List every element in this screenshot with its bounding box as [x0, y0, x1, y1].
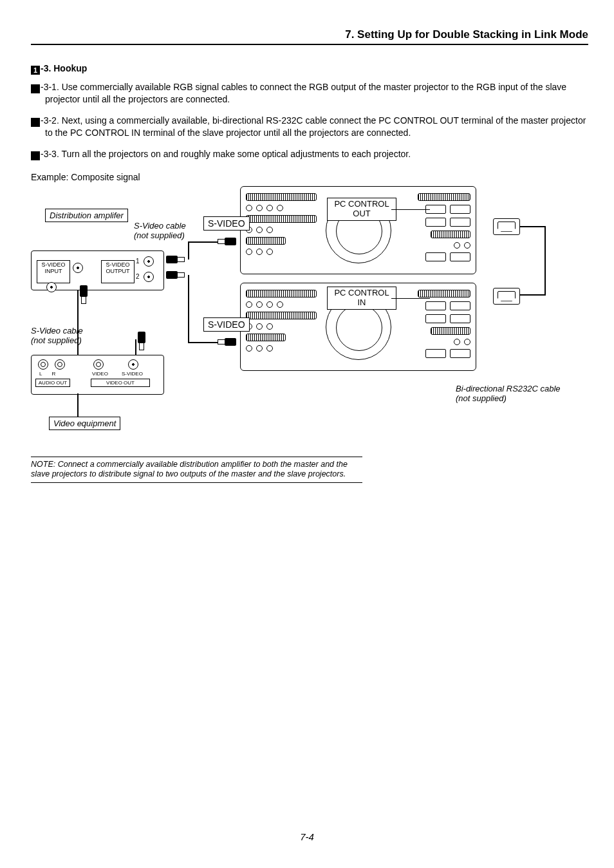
para1-text: Use commercially available RGB signal ca… [45, 82, 566, 104]
para3-num-box: 1 [31, 151, 40, 160]
cable-plug-icon [138, 332, 145, 357]
para3-text: Turn all the projectors on and roughly m… [59, 149, 411, 159]
amp-output-1: 1 [136, 258, 140, 265]
cable-plug-icon [218, 238, 243, 245]
page-number: 7-4 [0, 831, 614, 842]
para2-lead: -3-2. [41, 115, 59, 126]
jack-icon [93, 359, 104, 370]
example-label: Example: Composite signal [31, 172, 588, 182]
note-text: NOTE: Connect a commercially available d… [31, 457, 362, 483]
rs232-cable-label: Bi-directional RS232C cable (not supplie… [456, 384, 561, 404]
din-icon [144, 256, 154, 267]
amp-svideo-input: S-VIDEO INPUT [37, 260, 70, 283]
distribution-amplifier-box: S-VIDEO INPUT S-VIDEO OUTPUT 1 2 [31, 250, 164, 290]
para1-lead: -3-1. [41, 82, 59, 92]
rs232-port-icon [493, 218, 520, 235]
io-panel-left [246, 193, 317, 255]
section-number-box: 1 [31, 66, 40, 75]
din-icon [128, 359, 138, 370]
svideo-cable-label-upper: S-Video cable (not supplied) [134, 222, 186, 241]
din-icon [73, 263, 83, 273]
para3-lead: -3-3. [41, 149, 59, 159]
cable-plug-icon [80, 285, 88, 311]
para1-num-box: 1 [31, 84, 40, 93]
io-panel-left [246, 290, 317, 352]
io-panel-right [403, 290, 470, 358]
hookup-diagram: Distribution amplifer S-Video cable (not… [31, 186, 588, 444]
svideo-label-slave: S-VIDEO [203, 317, 250, 332]
paragraph-3: 1-3-3. Turn all the projectors on and ro… [31, 148, 588, 160]
page-title: 7. Setting Up for Double Stacking in Lin… [31, 28, 588, 45]
label-video: VIDEO [92, 371, 108, 377]
page: 7. Setting Up for Double Stacking in Lin… [0, 0, 614, 868]
section-heading: 1-3. Hookup [31, 63, 588, 75]
io-panel-right [403, 193, 470, 261]
label-r: R [51, 371, 55, 377]
pc-control-in-label: PC CONTROL IN [327, 287, 396, 310]
din-icon [144, 272, 154, 282]
video-equipment-label: Video equipment [49, 417, 120, 430]
label-l: L [39, 371, 42, 377]
amp-svideo-output: S-VIDEO OUTPUT [101, 260, 135, 283]
pc-control-out-label: PC CONTROL OUT [327, 198, 396, 221]
jack-icon [38, 359, 48, 370]
paragraph-2: 1-3-2. Next, using a commercially availa… [31, 115, 588, 139]
cable-plug-icon [218, 338, 243, 346]
svideo-cable-label-lower: S-Video cable (not supplied) [31, 326, 83, 346]
distribution-amplifier-label: Distribution amplifer [45, 209, 128, 222]
rs232-port-icon [493, 288, 520, 305]
video-equipment-box: L R AUDIO OUT VIDEO S-VIDEO VIDEO OUT [31, 355, 164, 395]
amp-output-2: 2 [136, 273, 140, 280]
audio-out-label: AUDIO OUT [35, 379, 70, 387]
label-svideo-small: S-VIDEO [122, 371, 143, 377]
svideo-label-master: S-VIDEO [203, 216, 250, 231]
para2-text: Next, using a commercially available, bi… [45, 115, 586, 138]
din-icon [46, 282, 57, 292]
paragraph-1: 1-3-1. Use commercially available RGB si… [31, 81, 588, 106]
jack-icon [55, 359, 65, 370]
section-heading-text: -3. Hookup [41, 63, 87, 73]
para2-num-box: 1 [31, 118, 40, 127]
video-out-label: VIDEO OUT [91, 379, 150, 387]
